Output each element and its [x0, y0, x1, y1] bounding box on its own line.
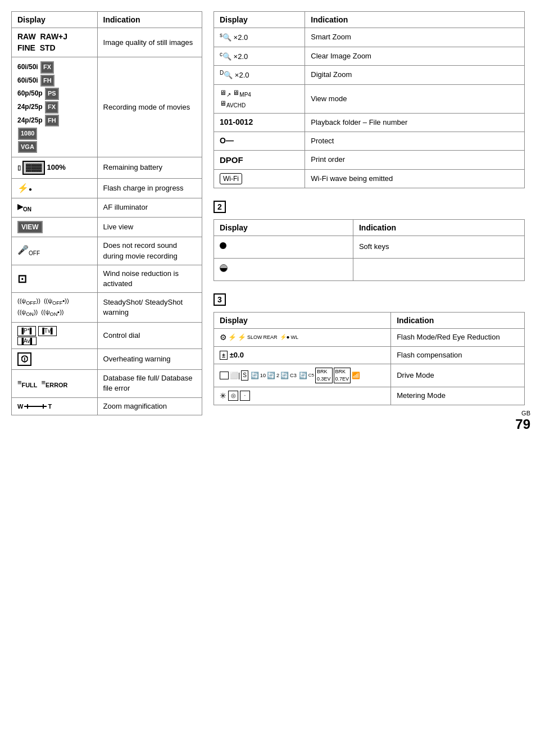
- indication-playback: Playback folder – File number: [305, 114, 525, 132]
- s2-display-softkey2: [214, 258, 353, 280]
- dpof-text: DPOF: [220, 154, 299, 166]
- raw-display: RAW RAW+JFINE STD: [17, 31, 92, 53]
- col-header-display-right: Display: [214, 12, 305, 28]
- s3-indication-flash: Flash Mode/Red Eye Reduction: [391, 328, 525, 347]
- indication-cell-wind: Wind noise reduction is activated: [97, 265, 202, 292]
- table-row: 101-0012 Playback folder – File number: [214, 114, 525, 132]
- control-dial-icons: ▐P*▌ ▐Tv▌ ▐Av▌: [17, 326, 92, 345]
- display-cell-database: ≡FULL ≡ERROR: [12, 370, 98, 397]
- display-cell-flash-charge: ⚡●: [12, 178, 98, 198]
- table-row: [214, 258, 525, 280]
- display-cell-overheat: ⏼: [12, 348, 98, 369]
- indication-cell-recording: Recording mode of movies: [97, 57, 202, 157]
- zoom-bar-icon: W T: [17, 402, 52, 411]
- table-row: ± ±0.0 Flash compensation: [214, 347, 525, 364]
- s3-display-flash-comp: ± ±0.0: [214, 347, 391, 364]
- smart-zoom-icon: s🔍 ×2.0: [220, 31, 299, 43]
- indication-smart-zoom: Smart Zoom: [305, 28, 525, 47]
- s2-display-softkey1: [214, 236, 353, 258]
- display-cell-wind: ⊡: [12, 265, 98, 292]
- table-row: D🔍 ×2.0 Digital Zoom: [214, 66, 525, 85]
- col-header-display-left: Display: [12, 12, 98, 28]
- table-row: DPOF Print order: [214, 150, 525, 169]
- indication-cell-controldial: Control dial: [97, 322, 202, 348]
- flash-mode-icons: ⚙ ⚡ ⚡ SLOW REAR ⚡● WL: [220, 332, 385, 343]
- clear-zoom-icon: c🔍 ×2.0: [220, 51, 299, 62]
- display-cell-liveview: VIEW: [12, 217, 98, 237]
- table-row: O— Protect: [214, 132, 525, 150]
- indication-cell-af: AF illuminator: [97, 198, 202, 217]
- metering-circle-box: ◎: [228, 391, 238, 401]
- view-mode-icons: 🖥↗ 🖥MP4 🖥AVCHD: [220, 88, 299, 110]
- section-number-3: 3: [214, 293, 226, 306]
- wifi-badge: Wi-Fi: [220, 173, 299, 185]
- metering-mode-icons: ✳ ◎ ·: [220, 391, 385, 402]
- section-3-block: 3 Display Indication ⚙ ⚡: [214, 287, 525, 406]
- display-view-mode: 🖥↗ 🖥MP4 🖥AVCHD: [214, 84, 305, 114]
- indication-digital-zoom: Digital Zoom: [305, 66, 525, 85]
- table-row: ⊡ Wind noise reduction is activated: [12, 265, 202, 292]
- section-number-2: 2: [214, 201, 226, 213]
- overheat-icon: ⏼: [17, 352, 31, 366]
- s2-indication-softkeys2: [353, 258, 524, 280]
- table-row: c🔍 ×2.0 Clear Image Zoom: [214, 47, 525, 66]
- s2-col-display: Display: [214, 220, 353, 236]
- indication-cell-nosound: Does not record sound during movie recor…: [97, 237, 202, 265]
- display-cell-zoom: W T: [12, 397, 98, 415]
- page-number: 79: [515, 417, 530, 432]
- half-circle-icon: [220, 264, 228, 272]
- display-cell-recording: 60i/50i FX 60i/50i FH 60p/50p PS 24p/25p…: [12, 57, 98, 157]
- s3-indication-metering: Metering Mode: [391, 387, 525, 405]
- s3-display-metering: ✳ ◎ ·: [214, 387, 391, 405]
- indication-cell-overheat: Overheating warning: [97, 348, 202, 369]
- indication-cell-raw: Image quality of still images: [97, 28, 202, 57]
- s3-col-indication: Indication: [391, 312, 525, 328]
- af-icon: ▶ON: [17, 202, 92, 214]
- table-row: Soft keys: [214, 236, 525, 258]
- display-cell-controldial: ▐P*▌ ▐Tv▌ ▐Av▌: [12, 322, 98, 348]
- drive-mode-icons: ⬜| S 🔄10 🔄2 🔄C3 🔄C5 BRK0.3EV BRK0.7EV: [220, 368, 385, 383]
- indication-cell-flash-charge: Flash charge in progress: [97, 178, 202, 198]
- table-section-3: Display Indication ⚙ ⚡ ⚡ SLOW: [214, 312, 525, 406]
- display-playback: 101-0012: [214, 114, 305, 132]
- left-column: Display Indication RAW RAW+JFINE STD Ima…: [11, 11, 202, 415]
- display-cell-af: ▶ON: [12, 198, 98, 217]
- table-row: VIEW Live view: [12, 217, 202, 237]
- table-row: ▶ON AF illuminator: [12, 198, 202, 217]
- table-row: 60i/50i FX 60i/50i FH 60p/50p PS 24p/25p…: [12, 57, 202, 157]
- display-protect: O—: [214, 132, 305, 150]
- battery-bar: ▓▓▓: [22, 161, 45, 174]
- display-cell-steadyshot: ((ψOFF)) ((ψOFF▪)) ((ψON)) ((ψON▪)): [12, 293, 98, 323]
- protect-icon: O—: [220, 135, 299, 147]
- indication-cell-zoom: Zoom magnification: [97, 397, 202, 415]
- page-number-container: GB 79: [515, 410, 530, 432]
- database-icons: ≡FULL ≡ERROR: [17, 378, 92, 390]
- flash-comp-icon: ± ±0.0: [220, 350, 385, 360]
- filled-circle-icon: [220, 242, 226, 249]
- wind-icon: ⊡: [17, 271, 92, 287]
- table-right-top: Display Indication s🔍 ×2.0 Smart Zoom: [214, 11, 525, 188]
- s3-indication-drive: Drive Mode: [391, 364, 525, 387]
- display-wifi: Wi-Fi: [214, 169, 305, 188]
- display-cell-raw: RAW RAW+JFINE STD: [12, 28, 98, 57]
- section-2-block: 2 Display Indication Soft keys: [214, 194, 525, 280]
- indication-dpof: Print order: [305, 150, 525, 169]
- table-section-2: Display Indication Soft keys: [214, 219, 525, 280]
- s3-display-flash: ⚙ ⚡ ⚡ SLOW REAR ⚡● WL: [214, 328, 391, 347]
- page-layout: Display Indication RAW RAW+JFINE STD Ima…: [11, 11, 525, 415]
- playback-number: 101-0012: [220, 117, 299, 128]
- table-row: ▐P*▌ ▐Tv▌ ▐Av▌ Control dial: [12, 322, 202, 348]
- display-cell-battery: ▯ ▓▓▓ 100%: [12, 157, 98, 178]
- display-dpof: DPOF: [214, 150, 305, 169]
- s3-col-display: Display: [214, 312, 391, 328]
- steadyshot-icons: ((ψOFF)) ((ψOFF▪)) ((ψON)) ((ψON▪)): [17, 296, 92, 319]
- indication-cell-liveview: Live view: [97, 217, 202, 237]
- table-row: ≡FULL ≡ERROR Database file full/ Databas…: [12, 370, 202, 397]
- metering-dot-box: ·: [240, 391, 250, 401]
- table-row: ✳ ◎ · Metering Mode: [214, 387, 525, 405]
- battery-icon: ▯: [17, 164, 21, 172]
- table-row: 🎤OFF Does not record sound during movie …: [12, 237, 202, 265]
- right-column: Display Indication s🔍 ×2.0 Smart Zoom: [214, 11, 525, 415]
- no-sound-icon: 🎤OFF: [17, 244, 92, 257]
- s3-display-drive: ⬜| S 🔄10 🔄2 🔄C3 🔄C5 BRK0.3EV BRK0.7EV: [214, 364, 391, 387]
